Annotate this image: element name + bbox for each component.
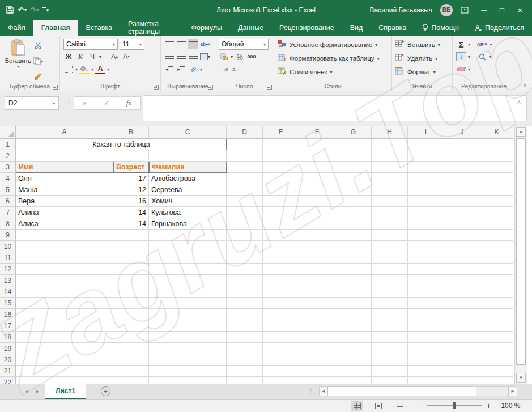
orientation-icon[interactable]: ab: [186, 62, 200, 76]
tab-2[interactable]: Вставка: [78, 20, 120, 36]
styles-item-1[interactable]: Форматировать как таблицу▾: [278, 52, 388, 65]
cell-B15[interactable]: [113, 298, 149, 309]
cell-E5[interactable]: [263, 184, 299, 196]
add-sheet-icon[interactable]: +: [101, 386, 110, 396]
cell-D19[interactable]: [227, 343, 263, 354]
merge-center-icon[interactable]: ▾: [200, 52, 210, 62]
row-header-21[interactable]: 21: [0, 366, 16, 377]
column-header-B[interactable]: B: [113, 126, 149, 139]
cell-B4[interactable]: 17: [113, 173, 149, 184]
cell-C19[interactable]: [149, 343, 227, 354]
cell-H14[interactable]: [372, 286, 408, 298]
cell-F20[interactable]: [299, 354, 335, 366]
cell-H6[interactable]: [372, 196, 408, 207]
cell-C16[interactable]: [149, 309, 227, 320]
cell-D16[interactable]: [227, 309, 263, 320]
cell-B14[interactable]: [113, 286, 149, 298]
row-header-16[interactable]: 16: [0, 309, 16, 320]
zoom-slider-thumb[interactable]: [453, 402, 456, 409]
borders-icon[interactable]: [63, 64, 74, 74]
column-header-K[interactable]: K: [480, 126, 513, 139]
cell-K6[interactable]: [480, 196, 513, 207]
cell-K17[interactable]: [480, 320, 513, 332]
scroll-left-icon[interactable]: ◄: [320, 387, 328, 396]
cell-K9[interactable]: [480, 230, 513, 241]
cell-A15[interactable]: [16, 298, 113, 309]
avatar[interactable]: ВБ: [440, 4, 453, 16]
sheet-prev-icon[interactable]: ◂: [25, 388, 28, 395]
cell-D12[interactable]: [227, 264, 263, 275]
cell-D10[interactable]: [227, 241, 263, 252]
align-middle-icon[interactable]: [176, 39, 186, 49]
cell-F6[interactable]: [299, 196, 335, 207]
cell-K4[interactable]: [480, 173, 513, 184]
cell-H9[interactable]: [372, 230, 408, 241]
close-button[interactable]: ×: [515, 5, 525, 15]
cell-I3[interactable]: [408, 162, 444, 173]
cell-G16[interactable]: [335, 309, 372, 320]
cell-K19[interactable]: [480, 343, 513, 354]
cell-F4[interactable]: [299, 173, 335, 184]
cell-J17[interactable]: [444, 320, 480, 332]
cell-H12[interactable]: [372, 264, 408, 275]
cell-D11[interactable]: [227, 252, 263, 264]
cell-D18[interactable]: [227, 332, 263, 343]
cell-E12[interactable]: [263, 264, 299, 275]
cell-C7[interactable]: Культова: [149, 207, 227, 218]
cell-C8[interactable]: Горшакова: [149, 218, 227, 230]
hscroll-thumb[interactable]: [328, 387, 476, 396]
alignment-dialog-launcher[interactable]: [208, 85, 213, 90]
column-header-J[interactable]: J: [444, 126, 480, 139]
cell-E15[interactable]: [263, 298, 299, 309]
cell-G11[interactable]: [335, 252, 372, 264]
row-header-5[interactable]: 5: [0, 184, 16, 196]
cell-J22[interactable]: [444, 377, 480, 384]
name-box[interactable]: D2 ▾: [5, 96, 59, 110]
cell-B22[interactable]: [113, 377, 149, 384]
redo-dropdown-icon[interactable]: ▾: [37, 7, 39, 12]
cell-A2[interactable]: [16, 150, 113, 162]
cell-C3[interactable]: Фамилия: [149, 162, 227, 173]
row-header-2[interactable]: 2: [0, 150, 16, 162]
column-header-A[interactable]: A: [16, 126, 113, 139]
cell-A21[interactable]: [16, 366, 113, 377]
cell-J20[interactable]: [444, 354, 480, 366]
cell-C11[interactable]: [149, 252, 227, 264]
tab-9[interactable]: Помощн: [414, 20, 467, 36]
cell-J12[interactable]: [444, 264, 480, 275]
cell-H2[interactable]: [372, 150, 408, 162]
cell-D13[interactable]: [227, 275, 263, 286]
formula-input[interactable]: ˄: [143, 95, 527, 121]
cell-A4[interactable]: Оля: [16, 173, 113, 184]
row-header-20[interactable]: 20: [0, 354, 16, 366]
cell-K21[interactable]: [480, 366, 513, 377]
collapse-ribbon-icon[interactable]: ˄: [523, 82, 526, 88]
cell-G12[interactable]: [335, 264, 372, 275]
cell-B17[interactable]: [113, 320, 149, 332]
cell-F9[interactable]: [299, 230, 335, 241]
cell-B20[interactable]: [113, 354, 149, 366]
cell-G20[interactable]: [335, 354, 372, 366]
cell-G2[interactable]: [335, 150, 372, 162]
column-header-G[interactable]: G: [335, 126, 372, 139]
column-header-C[interactable]: C: [149, 126, 227, 139]
vertical-scrollbar[interactable]: ▲ ▼: [514, 126, 527, 384]
cell-F5[interactable]: [299, 184, 335, 196]
cell-D15[interactable]: [227, 298, 263, 309]
zoom-level[interactable]: 100 %: [501, 402, 526, 410]
cell-I4[interactable]: [408, 173, 444, 184]
cell-F22[interactable]: [299, 377, 335, 384]
accounting-format-icon[interactable]: [219, 52, 229, 62]
tab-1[interactable]: Главная: [33, 20, 78, 36]
cell-H20[interactable]: [372, 354, 408, 366]
autosum-dropdown-icon[interactable]: ▾: [468, 42, 470, 47]
cell-K20[interactable]: [480, 354, 513, 366]
cell-I8[interactable]: [408, 218, 444, 230]
cell-F16[interactable]: [299, 309, 335, 320]
tab-7[interactable]: Вид: [342, 20, 371, 36]
column-header-E[interactable]: E: [263, 126, 299, 139]
row-header-17[interactable]: 17: [0, 320, 16, 332]
cell-A8[interactable]: Алиса: [16, 218, 113, 230]
cell-B12[interactable]: [113, 264, 149, 275]
cell-J10[interactable]: [444, 241, 480, 252]
